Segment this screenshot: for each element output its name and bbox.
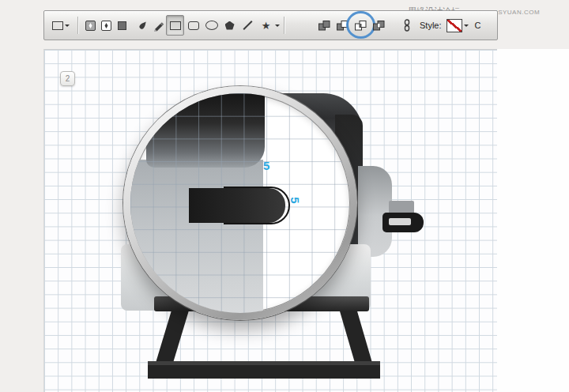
paths-button[interactable] (98, 15, 114, 36)
chevron-down-icon[interactable] (275, 24, 280, 29)
magnifier-loupe: 5 5 (123, 86, 357, 320)
toolbar-separator (284, 17, 284, 34)
workspace-margin (496, 49, 569, 392)
add-shape-area-icon (318, 20, 331, 32)
printer-endcap (358, 166, 392, 257)
document-canvas[interactable]: 2 5 5 (43, 49, 497, 392)
subtract-shape-area-icon (336, 20, 349, 32)
chevron-down-icon (65, 24, 70, 29)
add-shape-area-button[interactable] (315, 15, 333, 36)
rounded-rectangle-tool-icon (188, 21, 199, 30)
ellipse-tool-icon (205, 21, 218, 30)
polygon-tool-icon (225, 21, 235, 30)
rounded-rectangle-tool-button[interactable] (184, 15, 202, 36)
photoshop-workspace: 思缘设计论坛 WWW.MISSYUAN.COM (0, 0, 569, 392)
fill-pixels-button[interactable] (114, 15, 130, 36)
line-tool-icon (243, 21, 252, 30)
style-picker[interactable] (445, 15, 470, 36)
no-style-swatch (447, 19, 462, 32)
custom-shape-tool-icon: ★ (262, 21, 271, 31)
pen-tool-button[interactable] (134, 15, 150, 36)
exclude-shape-area-button[interactable] (370, 15, 388, 36)
shape-layers-icon (85, 20, 96, 32)
paths-icon (100, 20, 112, 32)
line-tool-button[interactable] (239, 15, 257, 36)
chain-link-icon (402, 19, 412, 32)
intersect-shape-area-button[interactable] (352, 15, 370, 36)
subtract-shape-area-button[interactable] (333, 15, 352, 36)
step-badge: 2 (60, 71, 75, 86)
ellipse-tool-button[interactable] (202, 15, 220, 36)
fill-pixels-icon (116, 20, 128, 32)
height-dimension-label: 5 (289, 197, 301, 203)
toolbar-separator (77, 17, 78, 34)
style-label: Style: (420, 21, 442, 30)
rounded-rectangle-path-outline (224, 187, 290, 224)
polygon-tool-button[interactable] (220, 15, 239, 36)
freeform-pen-tool-button[interactable] (150, 15, 166, 36)
options-bar: ★ Style: C (43, 10, 498, 40)
shape-layers-button[interactable] (82, 15, 98, 36)
width-dimension-label: 5 (263, 160, 269, 172)
tool-preset-picker[interactable] (48, 15, 73, 36)
rectangle-icon (52, 21, 63, 30)
intersect-shape-area-icon (354, 20, 367, 32)
magnifier-lens: 5 5 (130, 93, 350, 313)
rectangle-tool-button[interactable] (166, 15, 184, 36)
rectangle-tool-icon (170, 21, 181, 30)
chevron-down-icon (464, 24, 469, 29)
pen-tool-icon (137, 20, 149, 32)
link-button[interactable] (399, 15, 415, 36)
printer-paper-slot-opening (389, 218, 411, 225)
custom-shape-tool-button[interactable]: ★ (257, 15, 275, 36)
color-label-partial: C (475, 21, 481, 30)
exclude-shape-area-icon (372, 20, 386, 32)
freeform-pen-icon (153, 20, 164, 32)
